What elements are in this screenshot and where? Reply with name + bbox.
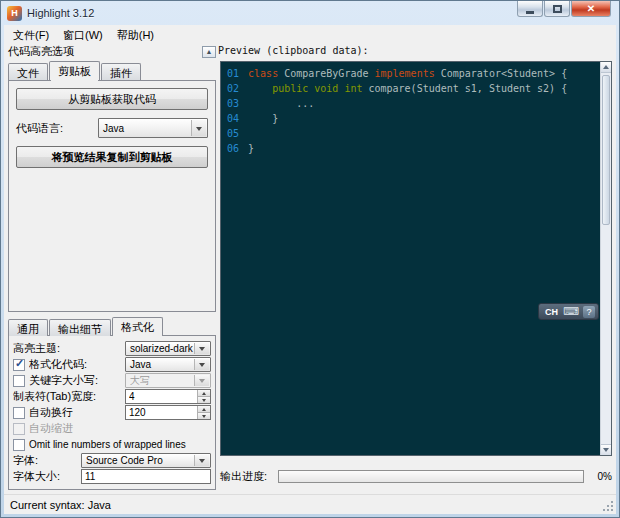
font-row: 字体: Source Code Pro	[13, 453, 211, 468]
theme-select[interactable]: solarized-dark	[125, 341, 211, 356]
client-area: 文件(F) 窗口(W) 帮助(H) 代码高亮选项 ▲ 文件 剪贴板 插件 从剪贴…	[4, 25, 616, 514]
spinner-down-icon[interactable]	[198, 396, 210, 403]
font-size-row: 字体大小:	[13, 469, 211, 484]
code-language-row: 代码语言: Java	[16, 118, 208, 138]
wrap-checkbox[interactable]	[13, 407, 25, 419]
menu-item-help[interactable]: 帮助(H)	[110, 25, 161, 46]
menu-item-window[interactable]: 窗口(W)	[56, 25, 110, 46]
tab-width-row: 制表符(Tab)宽度:	[13, 389, 211, 404]
clipboard-tab-panel: 从剪贴板获取代码 代码语言: Java 将预览结果复制到剪贴板	[8, 80, 216, 312]
menu-item-file[interactable]: 文件(F)	[6, 25, 56, 46]
tab-clipboard[interactable]: 剪贴板	[49, 61, 100, 80]
options-panel-title: 代码高亮选项	[8, 44, 74, 59]
resize-grip[interactable]	[603, 501, 613, 511]
maximize-icon	[553, 5, 562, 13]
line-number: 03	[227, 98, 239, 109]
chevron-down-icon	[194, 375, 209, 386]
scroll-down-icon[interactable]	[601, 444, 611, 455]
app-icon[interactable]: H	[7, 6, 22, 21]
menu-bar: 文件(F) 窗口(W) 帮助(H)	[4, 25, 616, 45]
progress-percent: 0%	[590, 471, 612, 482]
font-size-input[interactable]	[81, 469, 211, 484]
omit-row: Omit line numbers of wrapped lines	[13, 437, 211, 452]
minimize-icon	[526, 11, 534, 14]
code-line: 04 }	[227, 111, 600, 126]
reformat-checkbox[interactable]	[13, 359, 25, 371]
tab-width-label: 制表符(Tab)宽度:	[13, 389, 125, 404]
code-language-label: 代码语言:	[16, 121, 98, 136]
omit-label: Omit line numbers of wrapped lines	[29, 439, 211, 450]
close-icon: ✕	[587, 3, 595, 14]
formatting-tab-panel: 高亮主题: solarized-dark 格式化代码: Java	[8, 335, 216, 490]
font-select[interactable]: Source Code Pro	[81, 453, 211, 468]
reformat-select[interactable]: Java	[125, 357, 211, 372]
chevron-down-icon	[194, 455, 209, 466]
keyword-case-checkbox[interactable]	[13, 375, 25, 387]
line-number: 02	[227, 83, 239, 94]
theme-label: 高亮主题:	[13, 341, 125, 356]
code-language-select[interactable]: Java	[98, 118, 208, 138]
keyword-case-label: 关键字大小写:	[29, 373, 125, 388]
tab-plugins[interactable]: 插件	[101, 63, 141, 80]
progress-bar	[278, 470, 584, 483]
window-controls: ✕	[516, 1, 611, 17]
tab-file[interactable]: 文件	[8, 63, 48, 80]
window-title: Highlight 3.12	[27, 7, 94, 19]
line-number: 05	[227, 128, 239, 139]
ime-language-button[interactable]: CH	[542, 307, 561, 317]
minimize-button[interactable]	[517, 1, 543, 17]
scrollbar-thumb[interactable]	[602, 75, 610, 225]
tab-formatting[interactable]: 格式化	[112, 317, 163, 336]
keyword-case-value: 大写	[130, 374, 150, 388]
status-bar: Current syntax: Java	[4, 494, 616, 514]
chevron-down-icon	[191, 120, 206, 136]
copy-result-button[interactable]: 将预览结果复制到剪贴板	[16, 146, 208, 168]
tab-output-details[interactable]: 输出细节	[49, 319, 111, 336]
font-label: 字体:	[13, 453, 81, 468]
output-progress-row: 输出进度: 0%	[220, 469, 612, 484]
line-number: 01	[227, 68, 239, 79]
code-line: 01class CompareByGrade implements Compar…	[227, 66, 600, 81]
preview-label: Preview (clipboard data):	[218, 45, 612, 59]
omit-checkbox[interactable]	[13, 439, 25, 451]
spinner-down-icon[interactable]	[198, 412, 210, 419]
scroll-up-icon[interactable]	[601, 62, 611, 73]
wrap-width-spinner[interactable]	[125, 405, 211, 420]
code-preview-area: 01class CompareByGrade implements Compar…	[220, 61, 612, 456]
close-button[interactable]: ✕	[571, 1, 611, 17]
progress-label: 输出进度:	[220, 469, 278, 484]
code-line: 02 public void int compare(Student s1, S…	[227, 81, 600, 96]
tab-width-spinner[interactable]	[125, 389, 211, 404]
keyboard-icon[interactable]: ⌨	[561, 306, 581, 317]
copy-button-row: 将预览结果复制到剪贴板	[16, 146, 208, 168]
spinner-buttons	[197, 406, 210, 419]
maximize-button[interactable]	[544, 1, 570, 17]
reformat-row: 格式化代码: Java	[13, 357, 211, 372]
font-size-label: 字体大小:	[13, 469, 81, 484]
line-number: 04	[227, 113, 239, 124]
theme-value: solarized-dark	[130, 343, 193, 354]
indent-checkbox	[13, 423, 25, 435]
code-line: 05	[227, 126, 600, 141]
code-lines: 01class CompareByGrade implements Compar…	[221, 62, 600, 455]
code-line: 06}	[227, 141, 600, 156]
detail-tabs: 通用 输出细节 格式化	[8, 317, 216, 336]
spinner-buttons	[197, 390, 210, 403]
collapse-options-button[interactable]: ▲	[202, 46, 216, 58]
options-panel-header: 代码高亮选项 ▲	[8, 45, 216, 58]
code-language-value: Java	[103, 123, 124, 134]
source-tabs: 文件 剪贴板 插件	[8, 61, 216, 80]
help-icon[interactable]: ?	[583, 306, 595, 318]
reformat-label: 格式化代码:	[29, 357, 125, 372]
tab-general[interactable]: 通用	[8, 319, 48, 336]
options-panel: 代码高亮选项 ▲ 文件 剪贴板 插件 从剪贴板获取代码 代码语言: Java	[8, 45, 216, 490]
get-clipboard-code-button[interactable]: 从剪贴板获取代码	[16, 88, 208, 110]
chevron-down-icon	[194, 343, 209, 354]
vertical-scrollbar[interactable]	[600, 62, 611, 455]
indent-label: 自动缩进	[29, 421, 211, 436]
wrap-label: 自动换行	[29, 405, 125, 420]
app-window: H Highlight 3.12 ✕ 文件(F) 窗口(W) 帮助(H) 代码高…	[0, 0, 620, 518]
chevron-down-icon	[194, 359, 209, 370]
code-line: 03 ...	[227, 96, 600, 111]
keyword-case-row: 关键字大小写: 大写	[13, 373, 211, 388]
